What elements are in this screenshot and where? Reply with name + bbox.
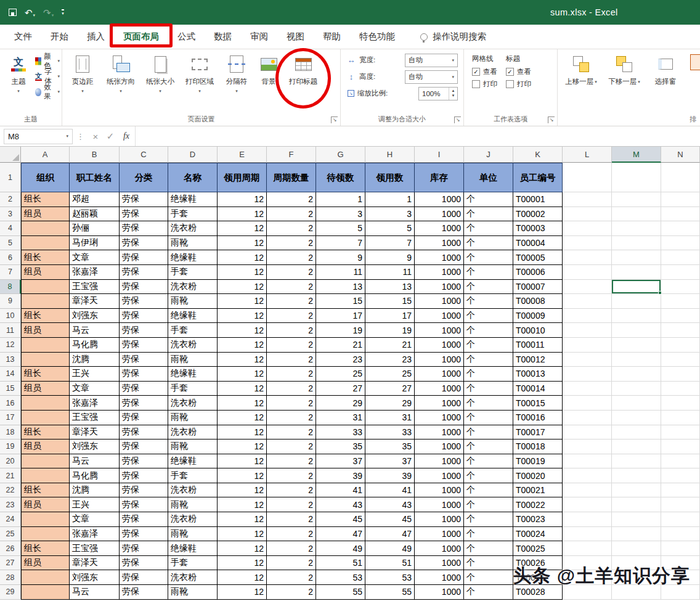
row-header-6[interactable]: 6 bbox=[0, 250, 21, 265]
cell-J17[interactable]: 个 bbox=[464, 411, 513, 425]
cell-C8[interactable]: 劳保 bbox=[120, 280, 168, 295]
cell-J14[interactable]: 个 bbox=[464, 367, 513, 382]
cell-C13[interactable]: 劳保 bbox=[120, 353, 168, 367]
cell-H21[interactable]: 39 bbox=[365, 468, 415, 483]
cell-I13[interactable]: 1000 bbox=[415, 353, 464, 367]
cell-H18[interactable]: 33 bbox=[365, 425, 415, 440]
cell-J22[interactable]: 个 bbox=[464, 483, 513, 498]
cell-L11[interactable] bbox=[563, 323, 612, 338]
cell-B15[interactable]: 文章 bbox=[70, 382, 120, 396]
cell-I12[interactable]: 1000 bbox=[415, 338, 464, 353]
cell-H29[interactable]: 55 bbox=[365, 585, 415, 600]
cell-E25[interactable]: 12 bbox=[218, 527, 267, 542]
cell-A6[interactable]: 组长 bbox=[21, 250, 70, 265]
cell-J15[interactable]: 个 bbox=[464, 382, 513, 396]
cell-M3[interactable] bbox=[612, 207, 661, 222]
cell-L20[interactable] bbox=[563, 454, 612, 469]
cell-E21[interactable]: 12 bbox=[218, 468, 267, 483]
row-header-19[interactable]: 19 bbox=[0, 440, 21, 454]
cell-B5[interactable]: 马伊琍 bbox=[70, 236, 120, 251]
cell-E20[interactable]: 12 bbox=[218, 454, 267, 469]
cell-M7[interactable] bbox=[612, 265, 661, 280]
tab-formulas[interactable]: 公式 bbox=[168, 25, 205, 49]
cell-G15[interactable]: 27 bbox=[316, 382, 365, 396]
tab-page-layout[interactable]: 页面布局 bbox=[114, 25, 168, 49]
cell-K13[interactable]: T00012 bbox=[513, 353, 563, 367]
cell-G10[interactable]: 17 bbox=[316, 309, 365, 324]
cell-K4[interactable]: T00003 bbox=[513, 221, 563, 236]
cell-C1[interactable]: 分类 bbox=[120, 163, 168, 192]
cell-F22[interactable]: 2 bbox=[267, 483, 316, 498]
cell-D15[interactable]: 手套 bbox=[168, 382, 218, 396]
cell-N17[interactable] bbox=[661, 411, 700, 425]
cell-B2[interactable]: 邓超 bbox=[70, 192, 120, 207]
cell-J12[interactable]: 个 bbox=[464, 338, 513, 353]
cell-L15[interactable] bbox=[563, 382, 612, 396]
cell-G9[interactable]: 15 bbox=[316, 294, 365, 309]
cell-L14[interactable] bbox=[563, 367, 612, 382]
cell-N2[interactable] bbox=[661, 192, 700, 207]
cell-C23[interactable]: 劳保 bbox=[120, 497, 168, 512]
cell-G2[interactable]: 1 bbox=[316, 192, 365, 207]
cell-B12[interactable]: 马化腾 bbox=[70, 338, 120, 353]
cell-M15[interactable] bbox=[612, 382, 661, 396]
cell-H17[interactable]: 31 bbox=[365, 411, 415, 425]
cell-N13[interactable] bbox=[661, 353, 700, 367]
cell-N11[interactable] bbox=[661, 323, 700, 338]
cell-F15[interactable]: 2 bbox=[267, 382, 316, 396]
cell-F12[interactable]: 2 bbox=[267, 338, 316, 353]
cell-C7[interactable]: 劳保 bbox=[120, 265, 168, 280]
cell-K17[interactable]: T00016 bbox=[513, 411, 563, 425]
headings-print-checkbox[interactable]: 打印 bbox=[506, 80, 531, 89]
tab-view[interactable]: 视图 bbox=[277, 25, 314, 49]
cell-C27[interactable]: 劳保 bbox=[120, 556, 168, 571]
cell-E18[interactable]: 12 bbox=[218, 425, 267, 440]
cell-G13[interactable]: 23 bbox=[316, 353, 365, 367]
cell-N15[interactable] bbox=[661, 382, 700, 396]
cell-J11[interactable]: 个 bbox=[464, 323, 513, 338]
cell-F25[interactable]: 2 bbox=[267, 527, 316, 542]
cell-L23[interactable] bbox=[563, 497, 612, 512]
cell-H8[interactable]: 13 bbox=[365, 280, 415, 295]
cell-H13[interactable]: 23 bbox=[365, 353, 415, 367]
page-setup-dialog-launcher[interactable]: ↘ bbox=[331, 117, 338, 123]
cell-M13[interactable] bbox=[612, 353, 661, 367]
cell-E6[interactable]: 12 bbox=[218, 250, 267, 265]
row-header-27[interactable]: 27 bbox=[0, 556, 21, 571]
column-header-F[interactable]: F bbox=[267, 147, 316, 163]
cell-C4[interactable]: 劳保 bbox=[120, 221, 168, 236]
cell-C18[interactable]: 劳保 bbox=[120, 425, 168, 440]
cell-H11[interactable]: 19 bbox=[365, 323, 415, 338]
cell-I25[interactable]: 1000 bbox=[415, 527, 464, 542]
column-header-C[interactable]: C bbox=[120, 147, 168, 163]
gridlines-print-checkbox[interactable]: 打印 bbox=[472, 80, 497, 89]
cell-A7[interactable]: 组员 bbox=[21, 265, 70, 280]
cell-B26[interactable]: 王宝强 bbox=[70, 541, 120, 556]
cell-M6[interactable] bbox=[612, 250, 661, 265]
cell-K22[interactable]: T00021 bbox=[513, 483, 563, 498]
cell-J5[interactable]: 个 bbox=[464, 236, 513, 251]
cell-K5[interactable]: T00004 bbox=[513, 236, 563, 251]
cell-B6[interactable]: 文章 bbox=[70, 250, 120, 265]
cell-G26[interactable]: 49 bbox=[316, 541, 365, 556]
cell-D27[interactable]: 手套 bbox=[168, 556, 218, 571]
cell-M9[interactable] bbox=[612, 294, 661, 309]
cell-A2[interactable]: 组长 bbox=[21, 192, 70, 207]
paper-size-button[interactable]: 纸张大小▾ bbox=[140, 52, 180, 94]
cell-G17[interactable]: 31 bbox=[316, 411, 365, 425]
cell-E7[interactable]: 12 bbox=[218, 265, 267, 280]
spinner-arrows-icon[interactable]: ▲▼ bbox=[449, 88, 457, 100]
cell-J27[interactable]: 个 bbox=[464, 556, 513, 571]
cell-C24[interactable]: 劳保 bbox=[120, 512, 168, 527]
cell-B23[interactable]: 王兴 bbox=[70, 497, 120, 512]
theme-effects-button[interactable]: 效果▾ bbox=[35, 85, 60, 99]
cell-B4[interactable]: 孙俪 bbox=[70, 221, 120, 236]
tab-insert[interactable]: 插入 bbox=[78, 25, 114, 49]
bring-forward-button[interactable]: 上移一层▾ bbox=[560, 52, 603, 86]
cell-C15[interactable]: 劳保 bbox=[120, 382, 168, 396]
cell-C9[interactable]: 劳保 bbox=[120, 294, 168, 309]
cell-J6[interactable]: 个 bbox=[464, 250, 513, 265]
cell-B24[interactable]: 文章 bbox=[70, 512, 120, 527]
cell-G22[interactable]: 41 bbox=[316, 483, 365, 498]
cell-F28[interactable]: 2 bbox=[267, 570, 316, 585]
